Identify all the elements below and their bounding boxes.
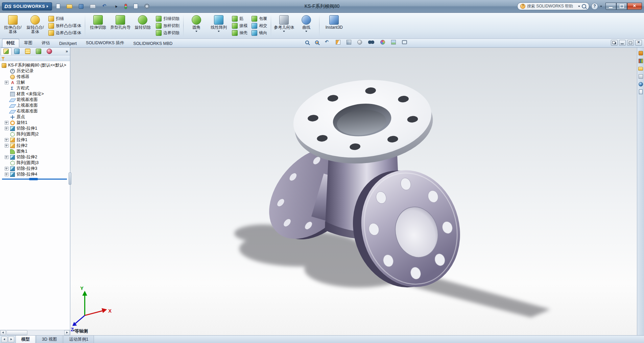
revolved-boss-button[interactable]: 旋转凸台/基体	[24, 14, 46, 37]
rib-button[interactable]: 筋	[230, 16, 249, 22]
help-caret-icon[interactable]	[600, 6, 602, 7]
linear-pattern-button[interactable]: 线性阵列	[208, 14, 230, 37]
extruded-boss-button[interactable]: 拉伸凸台/基体	[2, 14, 24, 37]
displaymanager-tab[interactable]	[44, 48, 55, 55]
dropdown-caret-icon[interactable]	[283, 31, 285, 32]
maximize-button[interactable]	[616, 3, 627, 10]
cascade-windows-button[interactable]	[611, 40, 618, 46]
view-orientation-button[interactable]	[345, 39, 355, 45]
command-tab[interactable]: DimXpert	[55, 40, 81, 47]
tree-item[interactable]: 切除-拉伸1	[1, 126, 70, 131]
scroll-right-button[interactable]	[64, 330, 70, 335]
scrollbar-thumb[interactable]	[6, 330, 27, 335]
swept-cut-button[interactable]: 扫描切除	[154, 16, 181, 22]
menu-expand-arrow-icon[interactable]	[47, 5, 48, 8]
manager-tabs-overflow-button[interactable]	[64, 49, 69, 54]
search-icon[interactable]	[582, 4, 586, 8]
hide-show-items-button[interactable]	[367, 40, 378, 45]
zoom-to-fit-button[interactable]	[304, 40, 313, 45]
dropdown-caret-icon[interactable]	[218, 31, 220, 32]
help-button[interactable]: ?	[591, 3, 598, 10]
edit-appearance-button[interactable]	[379, 39, 389, 45]
command-tab[interactable]: 特征	[2, 39, 19, 47]
solidworks-logo[interactable]: DS SOLIDWORKS	[2, 2, 52, 10]
tree-item[interactable]: 切除-拉伸2	[1, 154, 70, 160]
panel-splitter-handle[interactable]	[69, 173, 71, 185]
file-properties-button[interactable]	[133, 3, 141, 9]
print-button[interactable]	[89, 4, 99, 9]
tree-item[interactable]: 阵列(圆周)2	[1, 131, 70, 137]
revolved-cut-button[interactable]: 旋转切除	[132, 14, 153, 37]
tree-item[interactable]: 拉伸1	[1, 137, 70, 143]
featuremanager-tab[interactable]	[1, 48, 11, 55]
intersect-button[interactable]: 相交	[250, 23, 269, 29]
new-document-button[interactable]	[55, 3, 64, 9]
tree-item[interactable]: 传感器	[1, 74, 70, 80]
tree-root-item[interactable]: KS-F系列梭阀80 (默认<<默认>	[1, 62, 70, 68]
extruded-cut-button[interactable]: 拉伸切除	[87, 14, 109, 37]
document-tab[interactable]: 3D 视图	[36, 336, 63, 343]
tree-item[interactable]: 原点	[1, 114, 70, 120]
fillet-button[interactable]: 圆角	[186, 14, 207, 37]
tree-item[interactable]: 切除-拉伸3	[1, 166, 70, 172]
draft-button[interactable]: 拔模	[230, 23, 249, 29]
expand-icon[interactable]	[5, 155, 8, 159]
document-minimize-button[interactable]	[619, 40, 626, 46]
undo-button[interactable]	[101, 3, 111, 9]
document-tab[interactable]: 模型	[16, 336, 35, 343]
tree-item[interactable]: 前视基准面	[1, 97, 70, 103]
view-settings-button[interactable]	[401, 39, 411, 45]
curves-button[interactable]: 曲线	[295, 14, 317, 37]
apply-scene-button[interactable]	[390, 39, 400, 45]
expand-icon[interactable]	[5, 127, 8, 130]
command-tab[interactable]: 草图	[20, 39, 37, 47]
lofted-cut-button[interactable]: 放样切割	[154, 23, 181, 29]
instant3d-button[interactable]: Instant3D	[321, 14, 347, 37]
file-explorer-tab[interactable]	[638, 66, 643, 71]
expand-icon[interactable]	[5, 173, 8, 176]
tree-item[interactable]: 上视基准面	[1, 103, 70, 108]
scroll-left-button[interactable]	[0, 330, 6, 335]
tree-horizontal-scrollbar[interactable]	[0, 330, 70, 335]
command-tab[interactable]: 评估	[37, 39, 54, 47]
zoom-to-area-button[interactable]	[314, 40, 323, 45]
expand-icon[interactable]	[5, 121, 8, 125]
previous-view-button[interactable]	[324, 39, 333, 45]
tree-item[interactable]: 方程式	[1, 85, 70, 91]
wrap-button[interactable]: 包覆	[250, 16, 269, 22]
solidworks-resources-tab[interactable]	[638, 50, 643, 56]
expand-icon[interactable]	[5, 144, 8, 148]
rebuild-button[interactable]	[124, 3, 130, 10]
tree-item[interactable]: 材质 <未指定>	[1, 91, 70, 97]
expand-icon[interactable]	[5, 138, 8, 142]
tree-item[interactable]: 拉伸2	[1, 143, 70, 149]
lofted-boss-button[interactable]: 放样凸台/基体	[47, 23, 83, 29]
boundary-cut-button[interactable]: 边界切除	[154, 30, 181, 36]
dropdown-caret-icon[interactable]	[305, 31, 307, 32]
configurationmanager-tab[interactable]	[22, 48, 33, 55]
model-canvas[interactable]: Y X Z	[70, 48, 637, 335]
tree-item[interactable]: 切除-拉伸4	[1, 172, 70, 177]
tree-item[interactable]: 阵列(圆周)3	[1, 160, 70, 166]
select-button[interactable]	[113, 3, 121, 9]
section-view-button[interactable]	[335, 39, 344, 45]
display-style-button[interactable]	[356, 39, 366, 45]
view-palette-tab[interactable]	[638, 74, 643, 79]
command-tab[interactable]: SOLIDWORKS 插件	[81, 39, 128, 47]
shell-button[interactable]: 抽壳	[230, 30, 249, 36]
minimize-button[interactable]	[605, 3, 616, 10]
tree-item[interactable]: 旋转1	[1, 120, 70, 126]
boundary-boss-button[interactable]: 边界凸台/基体	[47, 30, 83, 36]
reference-geometry-button[interactable]: 参考几何体	[273, 14, 295, 37]
appearances-scenes-tab[interactable]	[638, 81, 643, 87]
tree-item[interactable]: 历史记录	[1, 68, 70, 74]
mirror-button[interactable]: 镜向	[250, 30, 269, 36]
swept-boss-button[interactable]: 扫描	[47, 16, 83, 22]
save-button[interactable]	[78, 3, 87, 9]
command-tab[interactable]: SOLIDWORKS MBD	[129, 40, 177, 47]
hole-wizard-button[interactable]: 异型孔向导	[110, 14, 131, 37]
scroll-tabs-left-button[interactable]	[1, 337, 7, 342]
search-input[interactable]: 搜索 SOLIDWORKS 帮助	[527, 3, 576, 9]
propertymanager-tab[interactable]	[11, 48, 22, 55]
expand-icon[interactable]	[5, 81, 8, 84]
